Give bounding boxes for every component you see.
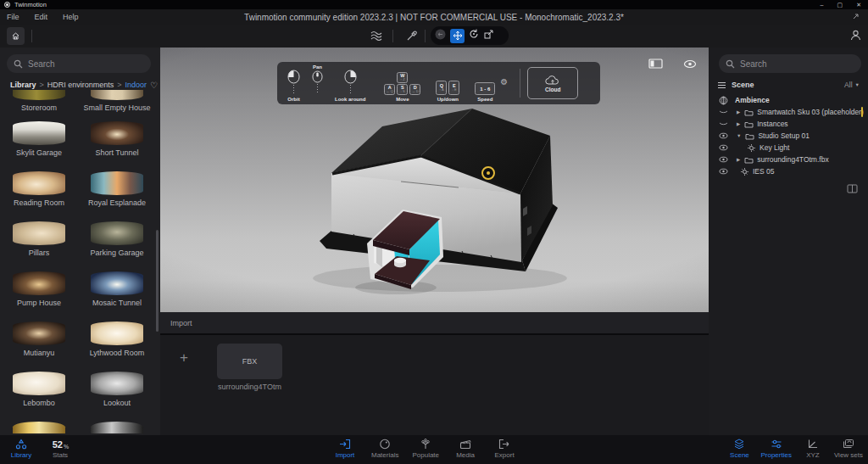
hdri-item[interactable]: Reading Room <box>0 171 78 208</box>
scene-search[interactable] <box>719 54 861 73</box>
hdri-thumbnail[interactable] <box>91 321 143 345</box>
chevron-down-icon[interactable]: ▼ <box>737 133 741 138</box>
close-button[interactable]: ✕ <box>856 2 861 8</box>
hdri-thumbnail[interactable] <box>91 221 143 245</box>
scene-search-input[interactable] <box>740 59 842 69</box>
scale-tool-button[interactable] <box>483 28 494 43</box>
hdri-thumbnail[interactable] <box>91 90 143 100</box>
sculpt-terrain-icon[interactable] <box>370 29 383 46</box>
nav-label: XYZ <box>806 451 820 459</box>
hdri-thumbnail[interactable] <box>91 171 143 195</box>
minimize-button[interactable]: – <box>821 2 824 8</box>
nav-import[interactable]: Import <box>332 438 358 459</box>
nav-scene[interactable]: Scene <box>726 438 752 459</box>
move-tool-button[interactable] <box>450 29 465 43</box>
hdri-thumbnail[interactable] <box>13 271 65 295</box>
ambience-globe-icon <box>717 96 729 105</box>
chevron-right-icon[interactable]: ▶ <box>737 157 740 162</box>
tree-row-key-light[interactable]: Key Light <box>709 142 868 154</box>
fullscreen-icon[interactable] <box>852 13 860 22</box>
nav-export[interactable]: Export <box>492 438 517 459</box>
reset-gizmo-icon[interactable] <box>434 28 447 44</box>
import-fbx-card[interactable]: FBX <box>217 344 282 379</box>
breadcrumb-hdri[interactable]: HDRI environments <box>47 81 114 89</box>
stats-readout[interactable]: 52% Stats <box>47 438 73 459</box>
hdri-thumbnail[interactable] <box>13 422 65 433</box>
scene-filter-dropdown[interactable]: All ▼ <box>844 81 860 89</box>
tree-row-smartwatch[interactable]: ▶ Smartwatch Sku 03 (placeholder) <box>709 106 868 118</box>
tree-row-ies[interactable]: IES 05 <box>709 165 868 177</box>
hdri-item[interactable]: Pillars <box>0 221 78 258</box>
viewport-3d[interactable]: Orbit Pan Look around <box>160 48 709 312</box>
library-search-input[interactable] <box>28 59 130 69</box>
rotate-tool-button[interactable] <box>468 28 480 43</box>
panels-toggle-icon[interactable] <box>648 57 663 72</box>
library-scrollbar[interactable] <box>156 230 159 332</box>
tree-row-studio-setup[interactable]: ▼ Studio Setup 01 <box>709 130 868 142</box>
tree-row-surrounding-fbx[interactable]: ▶ surrounding4TOtm.fbx <box>709 154 868 165</box>
nav-library[interactable]: Library <box>8 438 34 459</box>
library-search[interactable] <box>7 54 151 73</box>
hdri-item[interactable]: Lebombo <box>0 372 78 408</box>
eye-open-icon[interactable] <box>717 168 729 175</box>
nav-view-sets[interactable]: View sets <box>834 438 863 459</box>
hdri-item[interactable]: Lookout <box>78 372 156 408</box>
menu-help[interactable]: Help <box>55 13 86 21</box>
chevron-right-icon[interactable]: ▶ <box>737 109 740 115</box>
hdri-item[interactable]: Parking Garage <box>78 221 156 258</box>
tree-row-instances[interactable]: ▶ Instances <box>709 118 868 130</box>
hdri-thumbnail[interactable] <box>13 372 65 395</box>
cloud-button[interactable]: Cloud <box>527 67 578 99</box>
gizmo-tool-group <box>431 26 509 45</box>
tree-row-ambience[interactable]: Ambience <box>709 94 868 106</box>
eyedropper-icon[interactable] <box>405 29 419 46</box>
hdri-item[interactable]: Pump House <box>0 271 78 308</box>
eye-open-icon[interactable] <box>717 156 729 163</box>
eye-open-icon[interactable] <box>717 132 729 139</box>
settings-gear-icon[interactable]: ⚙ <box>500 77 508 87</box>
hdri-thumbnail[interactable] <box>13 121 65 145</box>
hdri-item[interactable]: Storeroom <box>0 90 78 113</box>
visibility-eye-icon[interactable] <box>683 57 697 72</box>
hdri-item[interactable]: Short Tunnel <box>78 121 156 158</box>
eye-closed-icon[interactable] <box>717 121 729 127</box>
hdri-label: Royal Esplanade <box>88 198 146 208</box>
hdri-thumbnail[interactable] <box>91 422 143 433</box>
eye-open-icon[interactable] <box>717 144 729 151</box>
hdri-item[interactable]: Royal Esplanade <box>78 171 156 208</box>
chevron-right-icon[interactable]: ▶ <box>737 121 740 126</box>
hdri-thumbnail[interactable] <box>13 221 65 245</box>
eye-closed-icon[interactable] <box>717 109 729 115</box>
hdri-item[interactable]: Lythwood Room <box>78 321 156 358</box>
hdri-thumbnail[interactable] <box>91 271 143 295</box>
nav-xyz[interactable]: XYZ <box>800 438 826 459</box>
menu-file[interactable]: File <box>0 13 27 21</box>
split-panel-icon[interactable] <box>847 182 858 197</box>
nav-properties[interactable]: Properties <box>760 438 791 459</box>
favorites-heart-icon[interactable]: ♡ <box>150 81 158 90</box>
menu-edit[interactable]: Edit <box>27 13 56 21</box>
stats-value: 52% <box>52 438 69 450</box>
hdri-item[interactable] <box>0 422 78 433</box>
hdri-item[interactable]: Mosaic Tunnel <box>78 271 156 308</box>
hdri-thumbnail[interactable] <box>13 171 65 195</box>
nav-populate[interactable]: Populate <box>412 438 439 459</box>
hdri-item[interactable] <box>78 422 156 433</box>
hdri-item[interactable]: Mutianyu <box>0 321 78 358</box>
maximize-button[interactable]: ▢ <box>837 2 843 8</box>
hdri-thumbnail[interactable] <box>91 121 143 145</box>
hdri-item[interactable]: Skylit Garage <box>0 121 78 158</box>
add-import-button[interactable]: + <box>176 350 192 366</box>
user-account-icon[interactable] <box>849 29 862 45</box>
hdri-thumbnail[interactable] <box>13 90 65 100</box>
home-button[interactable] <box>7 27 25 45</box>
hdri-thumbnail[interactable] <box>91 372 143 395</box>
hdri-item[interactable]: Small Empty House <box>78 90 156 113</box>
breadcrumb-indoor[interactable]: Indoor <box>125 81 147 89</box>
dock-tab-import[interactable]: Import <box>160 319 192 327</box>
breadcrumb-library[interactable]: Library <box>10 81 36 89</box>
nav-media[interactable]: Media <box>453 438 478 459</box>
hdri-thumbnail[interactable] <box>13 321 65 345</box>
scene-menu-icon[interactable] <box>717 77 726 92</box>
nav-materials[interactable]: Materials <box>371 438 398 459</box>
